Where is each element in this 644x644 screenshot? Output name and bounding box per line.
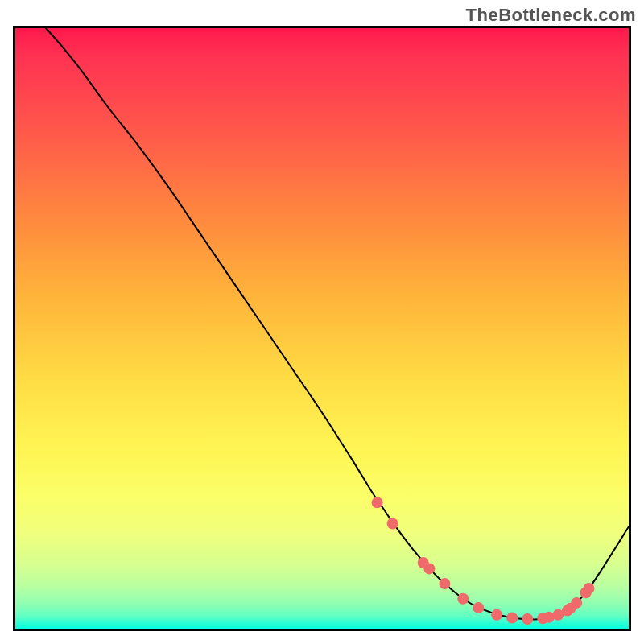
data-dot [522,613,533,625]
data-dot [571,597,582,609]
chart-frame: TheBottleneck.com [0,0,644,644]
data-dot [506,613,518,624]
data-dot [457,593,469,605]
dot-group [372,497,595,625]
watermark-text: TheBottleneck.com [466,5,636,26]
data-dot [423,563,435,574]
bottleneck-curve [15,28,629,619]
plot-area [13,26,631,631]
data-dot [372,497,383,508]
data-dot [491,609,502,621]
data-dot [473,602,484,613]
plot-svg [15,28,629,629]
data-dot [387,518,398,529]
data-dot [583,583,594,594]
data-dot [439,578,450,589]
